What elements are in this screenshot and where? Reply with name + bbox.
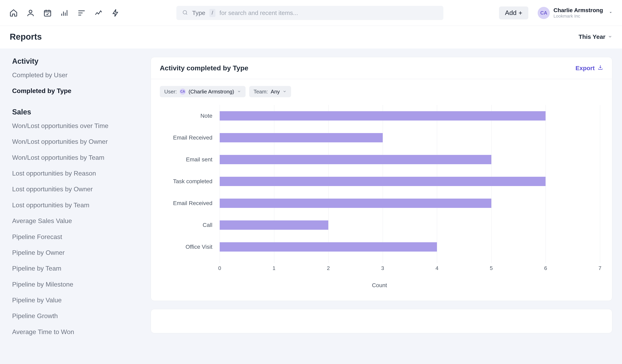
sidebar-item[interactable]: Pipeline by Value xyxy=(12,295,138,305)
add-button[interactable]: Add + xyxy=(499,6,528,19)
sidebar-item[interactable]: Lost opportunities by Reason xyxy=(12,169,138,178)
plus-icon: + xyxy=(519,10,523,16)
chart-row: Email Received xyxy=(159,192,600,214)
chart-category-label: Office Visit xyxy=(159,244,220,250)
search-hotkey: / xyxy=(209,9,215,17)
search-bar[interactable]: Type / for search and recent items... xyxy=(176,6,443,20)
filter-team-label: Team: xyxy=(254,89,268,95)
sidebar: ActivityCompleted by UserCompleted by Ty… xyxy=(0,49,151,360)
sidebar-item[interactable]: Lost opportunities by Team xyxy=(12,200,138,210)
calendar-icon[interactable] xyxy=(43,9,52,17)
x-axis: 01234567 xyxy=(220,265,600,274)
filter-user[interactable]: User: CA (Charlie Armstrong) xyxy=(160,86,246,97)
main: ActivityCompleted by UserCompleted by Ty… xyxy=(0,49,622,364)
chart-bar[interactable] xyxy=(220,155,491,164)
x-tick: 3 xyxy=(381,265,384,271)
chart-row: Email Received xyxy=(159,127,600,149)
chart-category-label: Email sent xyxy=(159,156,220,163)
chart-category-label: Email Received xyxy=(159,200,220,207)
avatar: CA xyxy=(180,89,186,95)
search-label: Type xyxy=(192,10,205,16)
chart-bar[interactable] xyxy=(220,242,437,251)
search-icon xyxy=(182,10,188,16)
export-label: Export xyxy=(576,65,595,72)
chart: NoteEmail ReceivedEmail sentTask complet… xyxy=(151,99,612,301)
topbar: Type / for search and recent items... Ad… xyxy=(0,0,622,26)
sidebar-item[interactable]: Average Sales Value xyxy=(12,216,138,226)
download-icon xyxy=(598,64,603,72)
sidebar-item[interactable]: Won/Lost opportunities by Owner xyxy=(12,137,138,146)
chart-row: Office Visit xyxy=(159,236,600,258)
chart-category-label: Note xyxy=(159,113,220,119)
chart-bar[interactable] xyxy=(220,220,328,230)
export-button[interactable]: Export xyxy=(576,64,603,72)
filter-team-value: Any xyxy=(271,89,280,95)
x-tick: 5 xyxy=(490,265,493,271)
sidebar-item[interactable]: Pipeline by Owner xyxy=(12,248,138,257)
sidebar-item[interactable]: Pipeline by Milestone xyxy=(12,280,138,289)
x-tick: 4 xyxy=(435,265,438,271)
user-menu[interactable]: CA Charlie Armstrong Lookmark Inc xyxy=(538,7,613,19)
date-range-picker[interactable]: This Year xyxy=(579,33,612,40)
sidebar-item[interactable]: Completed by User xyxy=(12,70,138,80)
date-range-label: This Year xyxy=(579,33,605,40)
x-tick: 7 xyxy=(599,265,601,271)
home-icon[interactable] xyxy=(9,9,18,17)
x-tick: 1 xyxy=(272,265,275,271)
sidebar-item[interactable]: Won/Lost opportunities over Time xyxy=(12,121,138,131)
bars-icon[interactable] xyxy=(60,9,69,17)
sidebar-item[interactable]: Pipeline by Team xyxy=(12,264,138,273)
report-card-next xyxy=(151,309,612,333)
user-info: Charlie Armstrong Lookmark Inc xyxy=(553,7,603,19)
svg-rect-1 xyxy=(44,10,51,16)
user-name: Charlie Armstrong xyxy=(553,7,603,14)
card-title: Activity completed by Type xyxy=(160,64,248,72)
person-icon[interactable] xyxy=(26,9,35,17)
bolt-icon[interactable] xyxy=(111,9,120,17)
chart-category-label: Email Received xyxy=(159,134,220,141)
x-tick: 0 xyxy=(218,265,221,271)
chevron-down-icon xyxy=(608,33,612,40)
user-company: Lookmark Inc xyxy=(553,14,603,19)
svg-point-2 xyxy=(183,11,187,14)
sidebar-list: Completed by UserCompleted by Type xyxy=(12,70,138,96)
chart-category-label: Task completed xyxy=(159,178,220,185)
add-button-label: Add xyxy=(505,9,517,17)
chart-bar[interactable] xyxy=(220,177,545,186)
top-nav xyxy=(9,9,120,17)
sidebar-item[interactable]: Completed by Type xyxy=(12,86,138,96)
sidebar-item[interactable]: Pipeline Growth xyxy=(12,311,138,321)
chart-row: Call xyxy=(159,214,600,236)
x-tick: 2 xyxy=(327,265,330,271)
sidebar-group-title: Activity xyxy=(12,57,138,66)
chart-bar[interactable] xyxy=(220,133,383,142)
filter-user-label: User: xyxy=(164,89,177,95)
page-title: Reports xyxy=(10,32,42,42)
sidebar-group-title: Sales xyxy=(12,108,138,116)
sidebar-item[interactable]: Won/Lost opportunities by Team xyxy=(12,153,138,162)
chevron-down-icon xyxy=(237,89,241,95)
page-header: Reports This Year xyxy=(0,26,622,49)
filter-user-value: (Charlie Armstrong) xyxy=(189,89,234,95)
chart-bar[interactable] xyxy=(220,111,545,120)
sidebar-item[interactable]: Average Time to Won xyxy=(12,327,138,337)
sidebar-item[interactable]: Pipeline Forecast xyxy=(12,232,138,241)
trend-icon[interactable] xyxy=(94,9,103,17)
report-card: Activity completed by Type Export User: … xyxy=(151,57,612,301)
chart-row: Task completed xyxy=(159,171,600,192)
avatar: CA xyxy=(538,7,550,19)
content: Activity completed by Type Export User: … xyxy=(151,49,622,360)
filters: User: CA (Charlie Armstrong) Team: Any xyxy=(151,79,612,99)
sidebar-item[interactable]: Lost opportunities by Owner xyxy=(12,184,138,194)
card-header: Activity completed by Type Export xyxy=(151,57,612,79)
x-axis-label: Count xyxy=(159,282,600,288)
list-icon[interactable] xyxy=(77,9,86,17)
chart-row: Email sent xyxy=(159,149,600,171)
sidebar-list: Won/Lost opportunities over TimeWon/Lost… xyxy=(12,121,138,337)
chart-category-label: Call xyxy=(159,222,220,228)
chart-bar[interactable] xyxy=(220,199,491,208)
filter-team[interactable]: Team: Any xyxy=(249,86,291,97)
chart-row: Note xyxy=(159,105,600,127)
x-tick: 6 xyxy=(544,265,547,271)
search-placeholder: for search and recent items... xyxy=(219,10,298,16)
